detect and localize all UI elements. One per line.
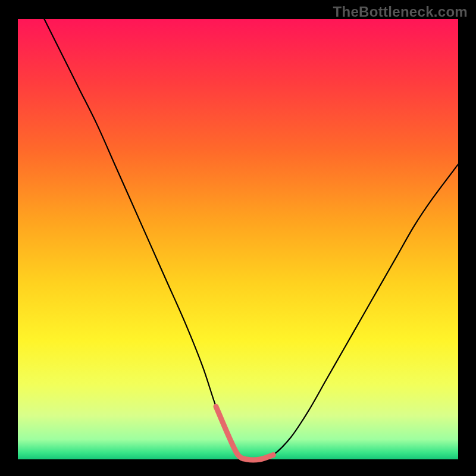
chart-frame: TheBottleneck.com <box>0 0 476 476</box>
plot-area <box>18 19 458 459</box>
attribution-label: TheBottleneck.com <box>333 4 468 20</box>
bottleneck-chart <box>0 0 476 476</box>
